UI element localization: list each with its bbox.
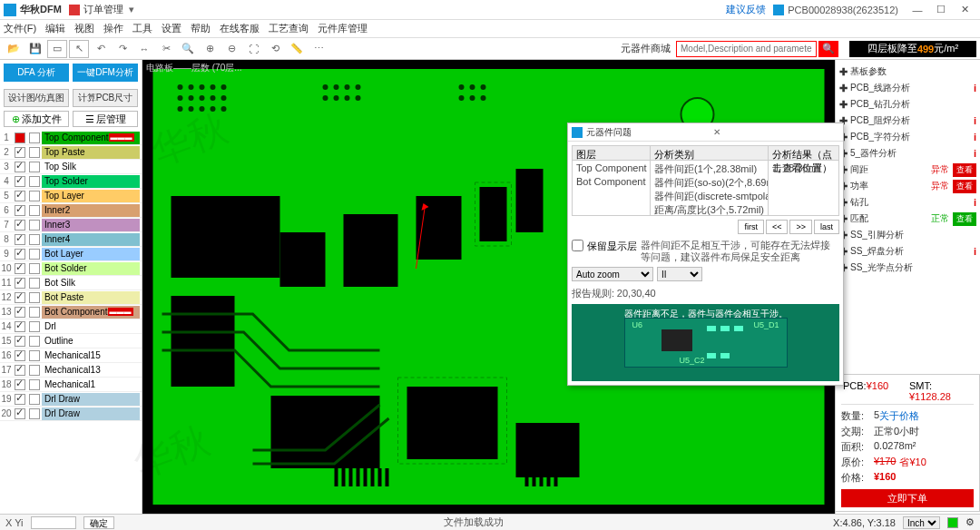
analysis-item[interactable]: ✚SS_光学点分析 bbox=[838, 260, 978, 276]
layer-checkbox[interactable] bbox=[15, 132, 25, 143]
save-icon[interactable]: 💾 bbox=[25, 40, 45, 58]
layer-row[interactable]: 9 Bot Layer bbox=[0, 247, 142, 261]
analysis-item[interactable]: ✚钻孔i bbox=[838, 194, 978, 211]
expand-icon[interactable]: ✚ bbox=[839, 99, 848, 111]
layer-checkbox2[interactable] bbox=[29, 408, 40, 419]
layer-row[interactable]: 2 Top Paste bbox=[0, 145, 142, 160]
search-button[interactable]: 🔍 bbox=[818, 41, 838, 57]
analysis-item[interactable]: ✚匹配正常查看 bbox=[838, 211, 978, 227]
layer-row[interactable]: 6 Inner2 bbox=[0, 203, 142, 218]
analysis-item[interactable]: ✚PCB_字符分析i bbox=[838, 129, 978, 145]
view-button[interactable]: 查看 bbox=[953, 163, 976, 177]
calc-size-button[interactable]: 计算PCB尺寸 bbox=[73, 89, 138, 107]
layer-row[interactable]: 13 Bot Component ▬▬▬ bbox=[0, 305, 142, 319]
cut-icon[interactable]: ✂ bbox=[156, 40, 176, 58]
layer-checkbox[interactable] bbox=[15, 307, 25, 318]
menu-view[interactable]: 视图 bbox=[74, 22, 94, 35]
menu-process[interactable]: 工艺查询 bbox=[269, 22, 309, 35]
layer-row[interactable]: 19 Drl Draw bbox=[0, 392, 142, 407]
layer-checkbox[interactable] bbox=[15, 234, 25, 245]
layer-checkbox[interactable] bbox=[15, 336, 25, 347]
layer-row[interactable]: 20 Drl Draw bbox=[0, 407, 142, 421]
layer-cell[interactable]: Top Component bbox=[573, 161, 650, 174]
component-search-input[interactable] bbox=[676, 41, 817, 57]
layer-checkbox2[interactable] bbox=[29, 234, 40, 245]
analysis-item[interactable]: ✚5_器件分析i bbox=[838, 145, 978, 162]
layer-checkbox[interactable] bbox=[15, 191, 25, 201]
menu-support[interactable]: 在线客服 bbox=[220, 22, 260, 35]
category-cell[interactable]: 器件间距(discrete-smtpolar)(1个,14 bbox=[651, 188, 768, 201]
analysis-item[interactable]: ✚PCB_线路分析i bbox=[838, 80, 978, 96]
view-button[interactable]: 查看 bbox=[953, 212, 976, 226]
analysis-item[interactable]: ✚PCB_钻孔分析 bbox=[838, 96, 978, 113]
layer-row[interactable]: 11 Bot Silk bbox=[0, 276, 142, 290]
layer-checkbox[interactable] bbox=[15, 365, 25, 376]
category-cell[interactable]: 器件间距(so-so)(2个,8.69mil) bbox=[651, 174, 768, 188]
order-now-button[interactable]: 立即下单 bbox=[841, 489, 974, 507]
layer-checkbox2[interactable] bbox=[29, 350, 40, 361]
category-cell[interactable]: 器件间距(1个,28.38mil) bbox=[651, 161, 768, 174]
select-icon[interactable]: ▭ bbox=[47, 40, 67, 58]
layer-checkbox2[interactable] bbox=[29, 263, 40, 274]
layer-row[interactable]: 5 Top Layer bbox=[0, 189, 142, 203]
last-button[interactable]: last bbox=[814, 220, 839, 234]
layer-row[interactable]: 7 Inner3 bbox=[0, 218, 142, 232]
unit-select[interactable]: II bbox=[657, 267, 702, 281]
coord-input[interactable] bbox=[31, 516, 76, 529]
menu-operate[interactable]: 操作 bbox=[103, 22, 123, 35]
ruler-icon[interactable]: 📏 bbox=[287, 40, 307, 58]
first-button[interactable]: first bbox=[738, 220, 764, 234]
layer-row[interactable]: 10 Bot Solder bbox=[0, 261, 142, 276]
next-button[interactable]: >> bbox=[789, 220, 812, 234]
prev-button[interactable]: << bbox=[766, 220, 789, 234]
layer-checkbox[interactable] bbox=[15, 278, 25, 289]
layer-row[interactable]: 4 Top Solder bbox=[0, 174, 142, 189]
layer-checkbox[interactable] bbox=[15, 220, 25, 231]
layer-checkbox2[interactable] bbox=[29, 249, 40, 260]
expand-icon[interactable]: ✚ bbox=[839, 83, 848, 94]
layer-row[interactable]: 12 Bot Paste bbox=[0, 290, 142, 305]
expand-icon[interactable]: ✚ bbox=[839, 66, 848, 78]
minimize-button[interactable]: — bbox=[906, 1, 929, 19]
layer-checkbox2[interactable] bbox=[29, 292, 40, 303]
open-icon[interactable]: 📂 bbox=[4, 40, 24, 58]
layer-checkbox[interactable] bbox=[15, 408, 25, 419]
menu-help[interactable]: 帮助 bbox=[191, 22, 211, 35]
layer-checkbox[interactable] bbox=[15, 249, 25, 260]
layer-row[interactable]: 14 Drl bbox=[0, 319, 142, 334]
about-price-link[interactable]: 关于价格 bbox=[879, 409, 919, 423]
layer-checkbox[interactable] bbox=[15, 379, 25, 390]
maximize-button[interactable]: ☐ bbox=[929, 1, 953, 19]
analysis-item[interactable]: ✚SS_引脚分析 bbox=[838, 227, 978, 243]
layer-checkbox2[interactable] bbox=[29, 336, 40, 347]
layer-checkbox2[interactable] bbox=[29, 394, 40, 405]
menu-file[interactable]: 文件(F) bbox=[4, 22, 36, 35]
rotate-icon[interactable]: ⟲ bbox=[265, 40, 285, 58]
category-cell[interactable]: 距离/高度比(3个,5.72mil) bbox=[651, 201, 768, 215]
menu-component-lib[interactable]: 元件库管理 bbox=[318, 22, 368, 35]
dfa-analysis-button[interactable]: DFA 分析 bbox=[4, 64, 69, 82]
pcb-price-tab[interactable]: PCB:¥160 bbox=[841, 378, 907, 404]
menu-edit[interactable]: 编辑 bbox=[45, 22, 65, 35]
design-sim-button[interactable]: 设计图/仿真图 bbox=[4, 89, 69, 107]
analysis-item[interactable]: ✚PCB_阻焊分析i bbox=[838, 113, 978, 129]
layer-row[interactable]: 17 Mechanical13 bbox=[0, 363, 142, 378]
analysis-item[interactable]: ✚SS_焊盘分析i bbox=[838, 243, 978, 260]
onekey-dfm-button[interactable]: 一键DFM分析 bbox=[73, 64, 138, 82]
layer-checkbox2[interactable] bbox=[29, 379, 40, 390]
layer-checkbox2[interactable] bbox=[29, 147, 40, 158]
layer-checkbox[interactable] bbox=[15, 162, 25, 172]
layer-checkbox[interactable] bbox=[15, 263, 25, 274]
layer-checkbox[interactable] bbox=[15, 292, 25, 303]
feedback-link[interactable]: 建议反馈 bbox=[726, 3, 766, 16]
layer-checkbox2[interactable] bbox=[29, 321, 40, 332]
layer-row[interactable]: 8 Inner4 bbox=[0, 232, 142, 247]
view-button[interactable]: 查看 bbox=[953, 180, 976, 193]
measure-h-icon[interactable]: ↔ bbox=[134, 40, 154, 58]
close-button[interactable]: ✕ bbox=[953, 1, 976, 19]
layer-checkbox[interactable] bbox=[15, 321, 25, 332]
layer-checkbox[interactable] bbox=[15, 147, 25, 158]
undo-icon[interactable]: ↶ bbox=[91, 40, 111, 58]
smt-price-tab[interactable]: SMT:¥1128.28 bbox=[907, 378, 974, 404]
layer-row[interactable]: 16 Mechanical15 bbox=[0, 348, 142, 363]
